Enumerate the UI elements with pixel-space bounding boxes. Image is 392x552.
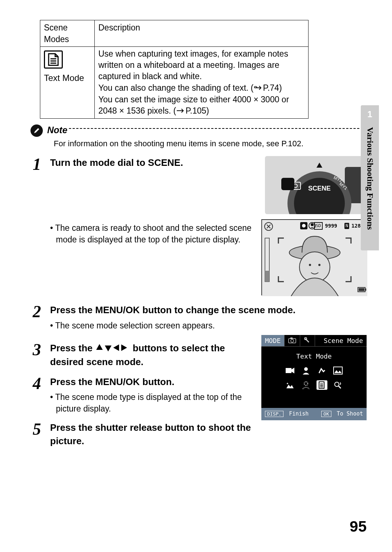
svg-point-33 <box>304 367 308 371</box>
svg-rect-32 <box>286 368 291 373</box>
step-number: 1 <box>33 156 50 295</box>
svg-point-29 <box>291 339 294 342</box>
note-title: Note <box>47 124 68 136</box>
step1-bullet: The camera is ready to shoot and the sel… <box>54 222 254 245</box>
svg-point-17 <box>318 264 320 266</box>
table-cell-description: Use when capturing text images, for exam… <box>95 47 309 119</box>
step5-heading: Press the shutter release button to shoo… <box>50 421 254 447</box>
svg-rect-21 <box>365 289 366 291</box>
table-header-desc: Description <box>95 20 309 47</box>
movie-icon <box>285 366 295 375</box>
step2-bullet: The scene mode selection screen appears. <box>54 320 367 331</box>
step2-heading: Press the MENU/OK button to change the s… <box>50 303 367 316</box>
lcd-counter: 9999 <box>325 222 337 230</box>
menu-tab-wrench-icon <box>300 335 315 346</box>
lcd-n-badge: N <box>344 223 349 229</box>
side-tab: 1 Various Shooting Functions <box>361 105 379 250</box>
page-ref-icon <box>254 83 263 94</box>
svg-point-27 <box>311 223 314 226</box>
sports-icon <box>317 366 327 375</box>
menu-title: Scene Mode <box>315 335 367 346</box>
svg-rect-19 <box>265 271 269 282</box>
page-number: 95 <box>350 516 367 537</box>
text-mode-icon <box>44 50 63 69</box>
step-number: 5 <box>33 421 50 447</box>
svg-point-16 <box>309 264 311 266</box>
step-number: 2 <box>33 303 50 331</box>
page-ref-icon <box>176 106 185 117</box>
portrait-icon <box>301 366 311 375</box>
menu-screen-illustration: MODE Scene Mode Text Mode <box>261 335 367 420</box>
svg-point-40 <box>335 382 339 387</box>
high-sens-icon <box>301 380 311 390</box>
chapter-title: Various Shooting Functions <box>364 127 376 230</box>
zoom-macro-icon <box>332 380 343 390</box>
pencil-icon <box>30 124 43 137</box>
note-body: For information on the shooting menu ite… <box>54 138 367 150</box>
step3-heading: Press the buttons to select the desired … <box>50 342 254 369</box>
svg-line-41 <box>339 386 341 388</box>
note-block: Note <box>30 124 367 137</box>
step4-heading: Press the MENU/OK button. <box>50 375 254 388</box>
step-number: 4 <box>33 375 50 415</box>
step-number: 3 <box>33 342 50 369</box>
menu-mode-label: Text Mode <box>261 352 367 361</box>
step1-heading: Turn the mode dial to SCENE. <box>50 156 258 169</box>
svg-point-35 <box>304 382 308 385</box>
svg-rect-10 <box>281 178 294 190</box>
direction-buttons-icon <box>95 342 130 355</box>
landscape-icon <box>332 366 343 375</box>
svg-rect-30 <box>290 338 293 339</box>
scene-modes-table: Scene Modes Description Text <box>40 20 309 119</box>
chapter-number: 1 <box>367 108 372 120</box>
ok-button-label: OK <box>321 411 331 417</box>
step4-bullet: The scene mode type is displayed at the … <box>54 391 254 414</box>
svg-text:SCENE: SCENE <box>308 185 331 192</box>
lcd-preview-illustration: SD 9999 N 1280 <box>261 219 367 295</box>
text-mode-icon-selected <box>317 380 327 390</box>
nightscape-icon <box>285 380 295 390</box>
camera-dial-illustration: SCENE MY2 MY1 <box>265 156 367 214</box>
menu-tab-camera-icon <box>285 335 300 346</box>
mode-name-label: Text Mode <box>44 73 84 83</box>
lcd-sd-badge: SD <box>314 222 323 230</box>
table-cell-mode: Text Mode <box>40 47 95 119</box>
menu-tab-mode: MODE <box>261 335 285 346</box>
table-header-modes: Scene Modes <box>40 20 95 47</box>
svg-rect-22 <box>359 288 364 291</box>
svg-point-25 <box>302 224 306 228</box>
disp-button-label: DISP. <box>265 411 283 417</box>
